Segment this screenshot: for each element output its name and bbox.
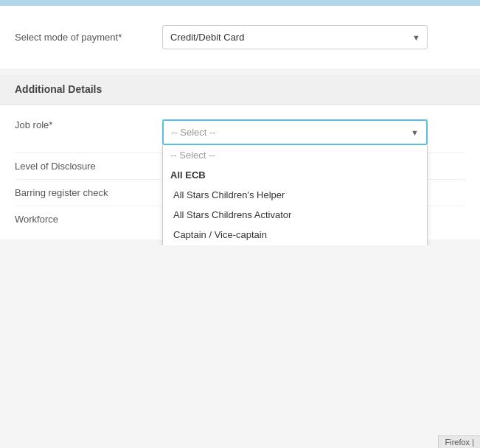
level-of-disclosure-label: Level of Disclosure [15, 161, 162, 172]
workforce-label: Workforce [15, 214, 162, 225]
dropdown-item-club-welfare[interactable]: Club Welfare Officer [163, 245, 427, 245]
dropdown-item-captain[interactable]: Captain / Vice-captain [163, 225, 427, 245]
payment-select-wrapper: Credit/Debit Card [162, 25, 428, 49]
job-role-trigger-text: -- Select -- [171, 127, 216, 138]
top-progress-bar [0, 0, 480, 6]
payment-select[interactable]: Credit/Debit Card [162, 25, 428, 49]
job-role-row: Job role* -- Select -- ▼ -- Select -- Al… [15, 112, 465, 153]
dropdown-arrow-icon: ▼ [411, 128, 419, 137]
dropdown-item-all-stars-helper[interactable]: All Stars Children's Helper [163, 185, 427, 205]
payment-section: Select mode of payment* Credit/Debit Car… [0, 6, 480, 69]
dropdown-placeholder[interactable]: -- Select -- [163, 145, 427, 165]
job-role-trigger[interactable]: -- Select -- ▼ [162, 119, 428, 145]
additional-details-header: Additional Details [0, 74, 480, 105]
additional-details-body: Job role* -- Select -- ▼ -- Select -- Al… [0, 105, 480, 239]
payment-control: Credit/Debit Card [162, 25, 465, 49]
dropdown-item-all-stars-activator[interactable]: All Stars Childrens Activator [163, 205, 427, 225]
payment-row: Select mode of payment* Credit/Debit Car… [15, 18, 465, 57]
additional-details-section: Additional Details Job role* -- Select -… [0, 74, 480, 239]
job-role-dropdown-wrapper: -- Select -- ▼ -- Select -- All ECB All … [162, 119, 428, 145]
job-role-dropdown-list: -- Select -- All ECB All Stars Children'… [162, 145, 428, 245]
job-role-label: Job role* [15, 119, 162, 130]
barring-register-label: Barring register check [15, 187, 162, 198]
payment-label: Select mode of payment* [15, 32, 162, 43]
job-role-control: -- Select -- ▼ -- Select -- All ECB All … [162, 119, 465, 145]
dropdown-group-all-ecb: All ECB [163, 165, 427, 185]
